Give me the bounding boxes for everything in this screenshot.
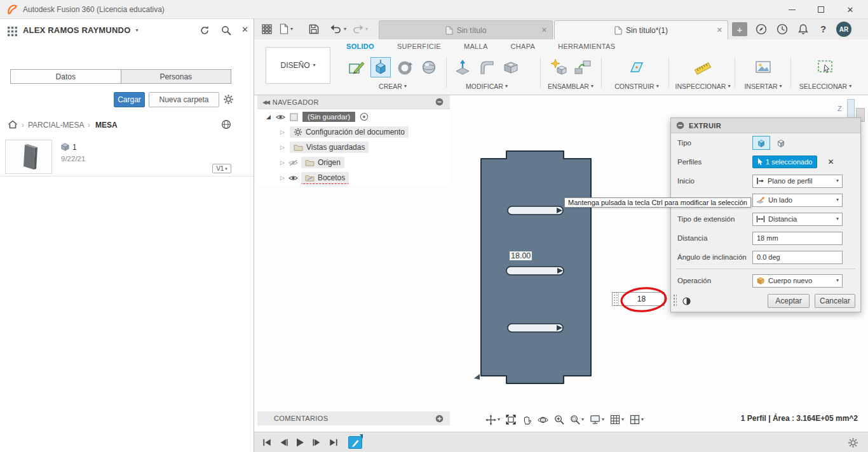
globe-icon[interactable]: [221, 119, 231, 130]
revolve-tool[interactable]: [395, 57, 415, 77]
create-form-tool[interactable]: [419, 57, 439, 77]
project-item-row[interactable]: 1 9/22/21 V1 ▾: [0, 137, 254, 176]
activate-radio-icon[interactable]: [360, 112, 369, 121]
extensions-compass-icon[interactable]: [756, 23, 767, 35]
upload-button[interactable]: Cargar: [114, 92, 145, 107]
home-icon[interactable]: [8, 119, 18, 130]
group-dropdown-modificar[interactable]: MODIFICAR▾: [466, 83, 508, 90]
refresh-icon[interactable]: [200, 25, 210, 36]
nav-zoom-window-button[interactable]: ▾: [570, 415, 584, 425]
extrude-tool[interactable]: [370, 57, 391, 77]
group-dropdown-ensamblar[interactable]: ENSAMBLAR▾: [548, 83, 593, 90]
timeline-settings-gear-icon[interactable]: [848, 437, 858, 448]
skip-to-start-button[interactable]: [259, 435, 275, 450]
search-icon[interactable]: [221, 25, 231, 36]
tab-personas[interactable]: Personas: [121, 69, 232, 84]
crescent-icon[interactable]: [682, 297, 691, 305]
expand-triangle-icon[interactable]: ◢: [266, 114, 271, 120]
step-back-button[interactable]: [276, 435, 291, 450]
file-menu-button[interactable]: ▾: [280, 23, 293, 34]
skip-to-end-button[interactable]: [325, 435, 341, 450]
play-button[interactable]: [292, 435, 308, 450]
user-menu[interactable]: ALEX RAMOS RAYMUNDO ▾: [23, 25, 138, 35]
new-document-tab-button[interactable]: +: [732, 22, 747, 36]
breadcrumb-parent[interactable]: PARCIAL-MESA: [28, 121, 84, 130]
comments-panel[interactable]: COMENTARIOS: [257, 411, 450, 425]
redo-button[interactable]: ▾: [352, 24, 368, 34]
joint-tool[interactable]: [573, 57, 593, 77]
direction-dropdown[interactable]: Un lado ▾: [752, 194, 843, 207]
nav-pan-button[interactable]: [522, 415, 532, 425]
extrude-type-thin-icon[interactable]: [773, 136, 789, 150]
new-folder-button[interactable]: Nueva carpeta: [149, 92, 219, 107]
operation-dropdown[interactable]: Cuerpo nuevo ▾: [752, 274, 843, 288]
taper-angle-input[interactable]: 0.0 deg: [752, 251, 843, 264]
cancel-button[interactable]: Cancelar: [815, 294, 855, 308]
extrude-type-solid-icon[interactable]: [752, 136, 770, 150]
step-forward-button[interactable]: [309, 435, 324, 450]
tree-row-root[interactable]: ◢ (Sin guardar): [257, 109, 450, 124]
help-icon[interactable]: ?: [820, 23, 826, 34]
tree-row-origin[interactable]: ▷ Origen: [257, 155, 450, 170]
minimize-button[interactable]: [779, 1, 804, 18]
close-button[interactable]: ✕: [837, 1, 863, 18]
maximize-button[interactable]: [808, 1, 834, 18]
tab-datos[interactable]: Datos: [10, 69, 121, 84]
collapse-panel-icon[interactable]: ◀◀: [262, 99, 269, 105]
user-avatar[interactable]: AR: [836, 22, 851, 37]
nav-zoom-button[interactable]: [554, 415, 564, 425]
extent-type-dropdown[interactable]: Distancia ▾: [752, 213, 843, 226]
group-dropdown-crear[interactable]: CREAR▾: [379, 83, 407, 90]
nav-orbit-button[interactable]: [538, 415, 548, 425]
tab-close-icon[interactable]: ✕: [717, 26, 722, 34]
minimize-panel-icon[interactable]: [435, 98, 444, 106]
version-dropdown[interactable]: V1 ▾: [212, 164, 231, 173]
shell-tool[interactable]: [501, 57, 521, 77]
select-tool[interactable]: [815, 57, 836, 77]
expand-comments-icon[interactable]: [435, 415, 444, 423]
design-workspace-menu[interactable]: DISEÑO ▾: [266, 47, 330, 84]
dialog-drag-dots[interactable]: [673, 294, 677, 307]
root-document-label[interactable]: (Sin guardar): [302, 112, 355, 122]
new-component-tool[interactable]: [548, 57, 569, 77]
tab-close-icon[interactable]: ✕: [541, 26, 547, 34]
data-panel-toggle-icon[interactable]: [262, 24, 272, 34]
save-icon[interactable]: [309, 24, 319, 34]
extrude-dialog-header[interactable]: EXTRUIR: [671, 118, 860, 133]
ok-button[interactable]: Aceptar: [768, 294, 810, 308]
measure-tool[interactable]: [693, 57, 713, 77]
construction-plane-tool[interactable]: [627, 57, 647, 77]
fillet-tool[interactable]: [477, 57, 497, 77]
group-dropdown-insertar[interactable]: INSERTAR▾: [744, 83, 782, 90]
nav-move-button[interactable]: ▾: [485, 415, 500, 425]
collapsed-triangle-icon[interactable]: ▷: [280, 175, 285, 181]
distance-input[interactable]: 18 mm: [752, 232, 843, 245]
tree-row-named-views[interactable]: ▷ Vistas guardadas: [257, 140, 450, 155]
insert-tool[interactable]: [753, 57, 773, 77]
ribbon-tab-solido[interactable]: SOLIDO: [346, 43, 374, 50]
create-sketch-tool[interactable]: [346, 57, 367, 77]
extruded-profile-shape[interactable]: [445, 145, 597, 387]
clear-selection-icon[interactable]: ✕: [827, 157, 834, 166]
group-dropdown-inspeccionar[interactable]: INSPECCIONAR▾: [675, 83, 731, 90]
collapse-dialog-icon[interactable]: [676, 121, 684, 130]
visibility-off-eye-icon[interactable]: [288, 159, 298, 166]
nav-display-settings-button[interactable]: ▾: [590, 415, 604, 425]
press-pull-tool[interactable]: [452, 57, 473, 77]
tree-row-sketches[interactable]: ▷ Bocetos: [257, 170, 450, 185]
visibility-eye-icon[interactable]: [276, 114, 285, 121]
ribbon-tab-chapa[interactable]: CHAPA: [511, 43, 536, 50]
ribbon-tab-superficie[interactable]: SUPERFICIE: [397, 43, 441, 50]
close-panel-icon[interactable]: ✕: [241, 25, 248, 34]
document-tab-active[interactable]: Sin título*(1) ✕: [554, 20, 728, 39]
visibility-eye-icon[interactable]: [288, 175, 298, 182]
collapsed-triangle-icon[interactable]: ▷: [280, 159, 285, 166]
group-dropdown-construir[interactable]: CONSTRUIR▾: [614, 83, 658, 90]
ribbon-tab-malla[interactable]: MALLA: [464, 43, 488, 50]
tree-row-document-settings[interactable]: ▷ Configuración del documento: [257, 124, 450, 140]
undo-button[interactable]: ▾: [330, 24, 346, 34]
notifications-bell-icon[interactable]: [797, 23, 809, 35]
collapsed-triangle-icon[interactable]: ▷: [280, 129, 285, 135]
data-panel-settings-gear-icon[interactable]: [223, 94, 234, 105]
nav-fit-button[interactable]: [506, 415, 516, 425]
